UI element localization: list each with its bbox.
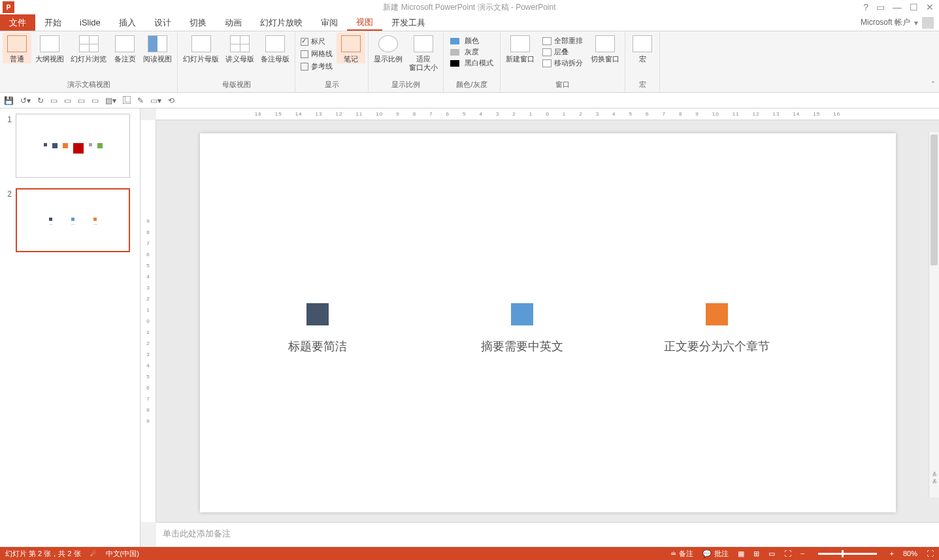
- group-label: 显示: [298, 78, 365, 91]
- notes-button[interactable]: 笔记: [337, 33, 365, 63]
- chevron-down-icon[interactable]: ▾: [914, 18, 918, 27]
- grayscale-button[interactable]: 灰度: [448, 46, 496, 58]
- fit-to-window-icon[interactable]: ⛶: [927, 550, 934, 557]
- notes-page-button[interactable]: 备注页: [110, 33, 139, 63]
- scrollbar-thumb[interactable]: [931, 135, 938, 265]
- group-show: 标尺 网格线 参考线 笔记 显示: [295, 31, 369, 92]
- handout-master-button[interactable]: 讲义母版: [223, 33, 257, 63]
- slide-indicator[interactable]: 幻灯片 第 2 张，共 2 张: [5, 549, 81, 559]
- qat-icon-3[interactable]: ▭: [78, 96, 85, 105]
- qat-icon-7[interactable]: ▭▾: [150, 96, 161, 105]
- zoom-out-button[interactable]: −: [800, 550, 804, 557]
- tab-view[interactable]: 视图: [347, 14, 382, 31]
- slideshow-icon[interactable]: ⛶: [784, 550, 791, 557]
- zoom-button[interactable]: 显示比例: [371, 33, 405, 63]
- slide-thumb-1[interactable]: 1: [4, 114, 136, 178]
- close-button[interactable]: ✕: [926, 2, 934, 12]
- cascade-button[interactable]: 层叠: [540, 46, 585, 58]
- quick-access-toolbar: 💾 ↺▾ ↻ ▭ ▭ ▭ ▭ ▤▾ ⿺ ✎ ▭▾ ⟲: [0, 93, 939, 108]
- color-button[interactable]: 颜色: [448, 35, 496, 46]
- qat-icon-8[interactable]: ⟲: [168, 96, 174, 105]
- normal-view-button[interactable]: 普通: [3, 33, 31, 63]
- guides-checkbox[interactable]: 参考线: [298, 60, 335, 73]
- group-label: 窗口: [503, 78, 622, 91]
- horizontal-ruler[interactable]: 1615141312111098765432101234567891011121…: [156, 108, 939, 120]
- zoom-slider[interactable]: [818, 553, 877, 555]
- shape-caption: 标题要简洁: [288, 338, 347, 354]
- slide-sorter-button[interactable]: 幻灯片浏览: [68, 33, 109, 63]
- tab-slideshow[interactable]: 幻灯片放映: [251, 14, 312, 31]
- macro-button[interactable]: 宏: [628, 33, 657, 63]
- tab-dev[interactable]: 开发工具: [382, 14, 435, 31]
- new-window-button[interactable]: 新建窗口: [503, 33, 537, 63]
- move-split-button[interactable]: 移动拆分: [540, 58, 585, 69]
- slide-canvas[interactable]: 标题要简洁 摘要需要中英文 正文要分为六个章节: [200, 133, 896, 512]
- slide-canvas-area[interactable]: 标题要简洁 摘要需要中英文 正文要分为六个章节: [156, 120, 939, 522]
- tab-home[interactable]: 开始: [35, 14, 71, 31]
- comments-toggle[interactable]: 💬 批注: [702, 549, 729, 559]
- prev-slide-icon[interactable]: ≙: [932, 471, 937, 478]
- tab-islide[interactable]: iSlide: [71, 14, 110, 31]
- ribbon: 普通 大纲视图 幻灯片浏览 备注页 阅读视图 演示文稿视图 幻灯片母版 讲义母版…: [0, 31, 939, 93]
- group-label: 母版视图: [180, 78, 292, 91]
- ruler-checkbox[interactable]: 标尺: [298, 35, 335, 48]
- tab-animation[interactable]: 动画: [216, 14, 251, 31]
- account-label[interactable]: Microsoft 帐户: [861, 17, 910, 28]
- blackwhite-button[interactable]: 黑白模式: [448, 58, 496, 69]
- shape-box[interactable]: [706, 303, 728, 325]
- group-presentation-views: 普通 大纲视图 幻灯片浏览 备注页 阅读视图 演示文稿视图: [0, 31, 178, 92]
- spellcheck-icon[interactable]: ☄: [90, 550, 97, 558]
- thumbnail-pane[interactable]: 1 2 ┄┄ ┄┄ ┄┄: [0, 108, 140, 547]
- vertical-ruler[interactable]: 9876543210123456789: [140, 120, 156, 522]
- redo-icon[interactable]: ↻: [37, 96, 44, 105]
- slide-master-button[interactable]: 幻灯片母版: [180, 33, 222, 63]
- thumb-preview-selected[interactable]: ┄┄ ┄┄ ┄┄: [16, 188, 130, 252]
- slide-shape-1[interactable]: 标题要简洁: [288, 303, 347, 354]
- help-button[interactable]: ?: [863, 2, 868, 12]
- slide-shape-2[interactable]: 摘要需要中英文: [481, 303, 563, 354]
- group-label: 演示文稿视图: [3, 78, 174, 91]
- fit-window-button[interactable]: 适应 窗口大小: [406, 33, 440, 72]
- vertical-scrollbar[interactable]: ≙≚: [929, 132, 939, 497]
- qat-icon-6[interactable]: ✎: [137, 96, 144, 105]
- language-indicator[interactable]: 中文(中国): [106, 549, 139, 559]
- ribbon-display-button[interactable]: ▭: [876, 2, 885, 12]
- undo-icon[interactable]: ↺▾: [20, 96, 31, 105]
- avatar[interactable]: [922, 17, 934, 29]
- qat-icon-4[interactable]: ▭: [91, 96, 99, 105]
- shape-box[interactable]: [306, 303, 329, 325]
- reading-view-button[interactable]: 阅读视图: [140, 33, 174, 63]
- tab-design[interactable]: 设计: [145, 14, 180, 31]
- save-icon[interactable]: 💾: [4, 96, 14, 105]
- notes-pane[interactable]: 单击此处添加备注: [156, 522, 939, 547]
- qat-menu[interactable]: ▤▾: [105, 96, 116, 105]
- gridlines-checkbox[interactable]: 网格线: [298, 48, 335, 60]
- shape-caption: 正文要分为六个章节: [664, 338, 770, 354]
- collapse-ribbon-button[interactable]: ˄: [931, 80, 935, 90]
- qat-icon-1[interactable]: ▭: [50, 96, 58, 105]
- qat-icon-5[interactable]: ⿺: [123, 96, 131, 105]
- normal-view-icon[interactable]: ▦: [738, 550, 744, 558]
- tab-transition[interactable]: 切换: [180, 14, 216, 31]
- tab-review[interactable]: 审阅: [312, 14, 347, 31]
- outline-view-button[interactable]: 大纲视图: [33, 33, 67, 63]
- tab-insert[interactable]: 插入: [110, 14, 145, 31]
- notes-master-button[interactable]: 备注母版: [258, 33, 292, 63]
- tab-file[interactable]: 文件: [0, 14, 35, 31]
- switch-window-button[interactable]: 切换窗口: [588, 33, 622, 63]
- slide-thumb-2[interactable]: 2 ┄┄ ┄┄ ┄┄: [4, 188, 136, 252]
- zoom-in-button[interactable]: +: [890, 550, 894, 557]
- arrange-all-button[interactable]: 全部重排: [540, 35, 585, 46]
- slide-shape-3[interactable]: 正文要分为六个章节: [664, 303, 770, 354]
- sorter-view-icon[interactable]: ⊞: [753, 550, 759, 558]
- zoom-level[interactable]: 80%: [903, 550, 917, 557]
- next-slide-icon[interactable]: ≚: [932, 478, 937, 486]
- thumb-preview[interactable]: [16, 114, 130, 178]
- shape-box[interactable]: [511, 303, 533, 325]
- group-window: 新建窗口 全部重排 层叠 移动拆分 切换窗口 窗口: [501, 31, 625, 92]
- notes-toggle[interactable]: ≐ 备注: [670, 549, 693, 559]
- qat-icon-2[interactable]: ▭: [64, 96, 71, 105]
- minimize-button[interactable]: —: [893, 2, 902, 12]
- reading-view-icon[interactable]: ▭: [768, 550, 775, 558]
- maximize-button[interactable]: ☐: [910, 2, 918, 12]
